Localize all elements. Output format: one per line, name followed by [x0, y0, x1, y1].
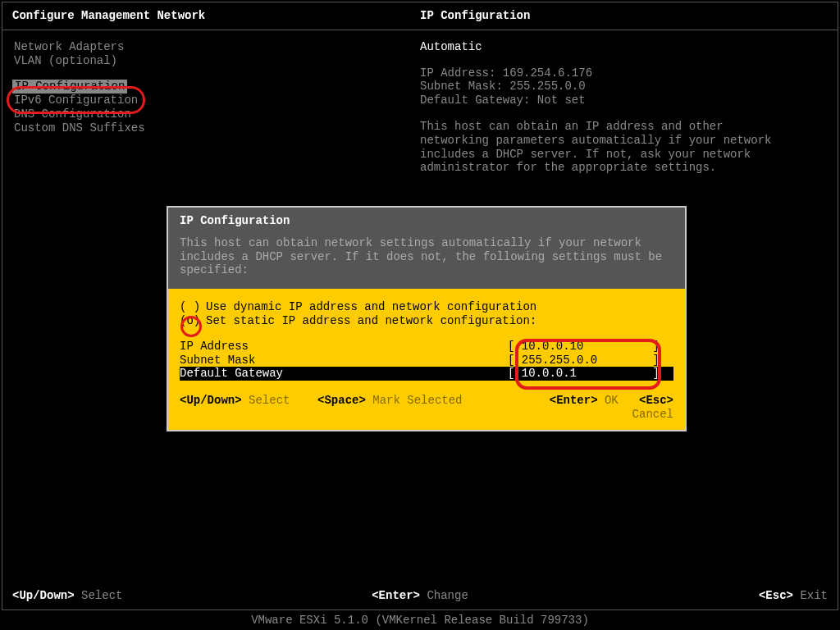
menu-item-dns-config[interactable]: DNS Configuration [12, 107, 420, 121]
radio-option-dynamic[interactable]: ( ) Use dynamic IP address and network c… [180, 300, 673, 314]
radio-option-static[interactable]: (o) Set static IP address and network co… [180, 314, 673, 328]
key-hint-updown: <Up/Down> [180, 394, 242, 407]
dialog-footer: <Up/Down> Select <Space> Mark Selected <… [168, 384, 685, 430]
detail-description: This host can obtain an IP address and o… [420, 120, 797, 175]
menu-item-vlan[interactable]: VLAN (optional) [12, 54, 420, 68]
detail-status: Automatic [420, 40, 828, 54]
field-subnet-mask[interactable]: Subnet Mask [ 255.255.0.0 ] [180, 354, 673, 368]
version-bar: VMware ESXi 5.1.0 (VMKernel Release Buil… [0, 612, 840, 628]
menu-panel: Network Adapters VLAN (optional) IP Conf… [12, 40, 420, 175]
header-title-left: Configure Management Network [12, 9, 420, 23]
menu-item-dns-suffixes[interactable]: Custom DNS Suffixes [12, 121, 420, 135]
footer-key-enter: <Enter> [372, 589, 420, 602]
footer-key-updown: <Up/Down> [12, 589, 75, 602]
field-default-gateway[interactable]: Default Gateway [ 10.0.0.1 ] [180, 367, 673, 381]
field-ip-address[interactable]: IP Address [ 10.0.0.10 ] [180, 340, 673, 354]
header-title-right: IP Configuration [420, 9, 828, 23]
detail-ip: IP Address: 169.254.6.176 [420, 66, 828, 80]
menu-item-network-adapters[interactable]: Network Adapters [12, 40, 420, 54]
ip-config-dialog: IP Configuration This host can obtain ne… [167, 206, 687, 431]
dialog-description: This host can obtain network settings au… [168, 231, 685, 289]
menu-item-ip-config[interactable]: IP Configuration [12, 80, 127, 94]
main-footer: <Up/Down> Select <Enter> Change <Esc> Ex… [12, 589, 828, 603]
menu-spacer [12, 67, 420, 80]
dcui-screen: Configure Management Network IP Configur… [2, 2, 838, 610]
footer-key-esc: <Esc> [759, 589, 793, 602]
static-fields-group: IP Address [ 10.0.0.10 ] Subnet Mask [ 2… [180, 340, 673, 381]
detail-gw: Default Gateway: Not set [420, 94, 828, 107]
dialog-title: IP Configuration [168, 208, 685, 231]
detail-panel: Automatic IP Address: 169.254.6.176 Subn… [420, 40, 828, 175]
detail-mask: Subnet Mask: 255.255.0.0 [420, 80, 828, 94]
key-hint-esc: <Esc> [639, 394, 673, 407]
header-bar: Configure Management Network IP Configur… [2, 2, 838, 30]
key-hint-enter: <Enter> [550, 394, 598, 407]
menu-item-ipv6-config[interactable]: IPv6 Configuration [12, 94, 420, 107]
main-body: Network Adapters VLAN (optional) IP Conf… [2, 30, 838, 185]
key-hint-space: <Space> [317, 394, 366, 407]
